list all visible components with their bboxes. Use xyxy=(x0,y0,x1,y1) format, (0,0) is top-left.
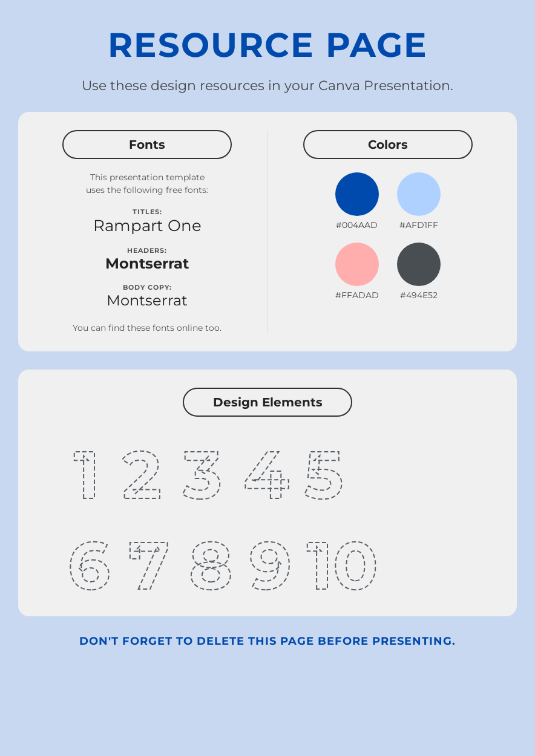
page-container: RESOURCE PAGE Use these design resources… xyxy=(18,24,517,648)
color-item-2: #AFD1FF xyxy=(397,172,441,230)
svg-text:4: 4 xyxy=(243,434,289,507)
svg-text:10: 10 xyxy=(307,525,378,598)
svg-text:8: 8 xyxy=(189,525,233,598)
fonts-description: This presentation template uses the foll… xyxy=(86,171,208,197)
page-subtitle: Use these design resources in your Canva… xyxy=(82,77,453,94)
color-hex-3: #FFADAD xyxy=(335,290,379,301)
svg-text:7: 7 xyxy=(128,525,169,598)
numbers-row-1: 1 2 3 4 5 xyxy=(62,429,473,507)
color-item-3: #FFADAD xyxy=(335,243,379,301)
svg-text:6: 6 xyxy=(68,525,110,598)
svg-text:1: 1 xyxy=(74,434,100,507)
body-font: Montserrat xyxy=(107,292,188,309)
color-hex-1: #004AAD xyxy=(336,220,378,230)
svg-text:3: 3 xyxy=(182,434,222,507)
colors-section: Colors #004AAD #AFD1FF #FFADAD xyxy=(268,130,496,333)
color-hex-2: #AFD1FF xyxy=(399,220,438,230)
titles-label: TITLES: xyxy=(93,207,202,216)
headers-label: HEADERS: xyxy=(105,246,189,255)
color-circle-3 xyxy=(335,243,379,286)
fonts-header: Fonts xyxy=(62,130,232,159)
body-label: BODY COPY: xyxy=(107,283,188,292)
body-entry: BODY COPY: Montserrat xyxy=(107,283,188,309)
titles-entry: TITLES: Rampart One xyxy=(93,207,202,235)
numbers-container: 1 2 3 4 5 6 7 8 9 10 xyxy=(39,429,496,598)
fonts-colors-card: Fonts This presentation template uses th… xyxy=(18,112,517,351)
color-circle-1 xyxy=(335,172,379,216)
headers-font: Montserrat xyxy=(105,255,189,272)
color-circle-2 xyxy=(397,172,441,216)
titles-font: Rampart One xyxy=(93,216,202,235)
color-item-4: #494E52 xyxy=(397,243,441,301)
svg-text:5: 5 xyxy=(304,434,343,507)
color-circle-4 xyxy=(397,243,441,286)
fonts-footer: You can find these fonts online too. xyxy=(73,322,222,333)
colors-grid: #004AAD #AFD1FF #FFADAD #494E52 xyxy=(335,172,441,301)
color-item-1: #004AAD xyxy=(335,172,379,230)
color-hex-4: #494E52 xyxy=(400,290,438,301)
headers-entry: HEADERS: Montserrat xyxy=(105,246,189,272)
svg-text:2: 2 xyxy=(122,434,162,507)
page-title: RESOURCE PAGE xyxy=(108,24,428,65)
design-elements-card: Design Elements 1 2 3 4 5 6 7 8 9 10 xyxy=(18,370,517,616)
design-elements-header: Design Elements xyxy=(183,388,352,417)
footer-warning: DON'T FORGET TO DELETE THIS PAGE BEFORE … xyxy=(79,634,456,648)
colors-header: Colors xyxy=(303,130,473,159)
svg-text:9: 9 xyxy=(249,525,292,598)
numbers-row-2: 6 7 8 9 10 xyxy=(62,520,473,598)
fonts-section: Fonts This presentation template uses th… xyxy=(39,130,268,333)
